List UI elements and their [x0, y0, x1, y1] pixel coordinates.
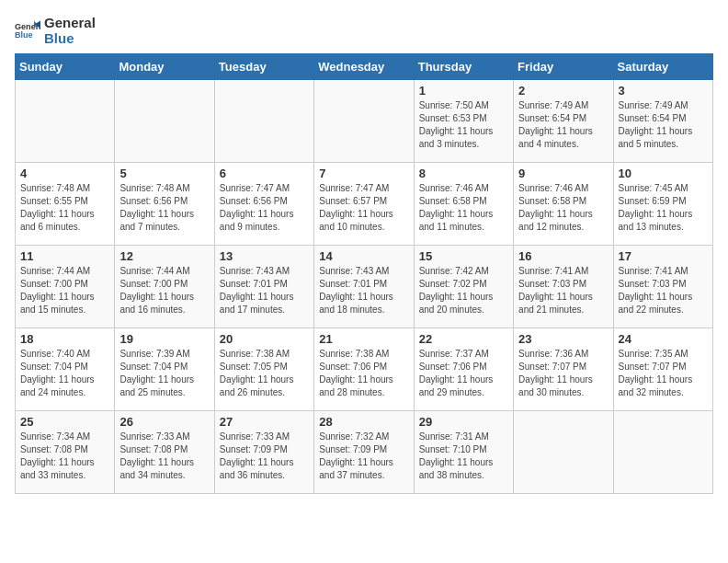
- weekday-header-saturday: Saturday: [613, 54, 712, 80]
- calendar-cell: 10Sunrise: 7:45 AM Sunset: 6:59 PM Dayli…: [613, 163, 712, 246]
- day-info: Sunrise: 7:32 AM Sunset: 7:09 PM Dayligh…: [319, 431, 408, 482]
- calendar-cell: 18Sunrise: 7:40 AM Sunset: 7:04 PM Dayli…: [16, 328, 115, 411]
- day-info: Sunrise: 7:47 AM Sunset: 6:57 PM Dayligh…: [319, 182, 408, 234]
- day-info: Sunrise: 7:42 AM Sunset: 7:02 PM Dayligh…: [419, 265, 508, 316]
- day-number: 7: [319, 167, 408, 180]
- day-number: 1: [419, 84, 508, 98]
- day-info: Sunrise: 7:50 AM Sunset: 6:53 PM Dayligh…: [419, 99, 508, 151]
- day-info: Sunrise: 7:38 AM Sunset: 7:05 PM Dayligh…: [220, 348, 309, 399]
- calendar-cell: 19Sunrise: 7:39 AM Sunset: 7:04 PM Dayli…: [115, 328, 214, 411]
- day-number: 27: [220, 415, 309, 429]
- day-number: 13: [220, 249, 309, 263]
- day-info: Sunrise: 7:48 AM Sunset: 6:55 PM Dayligh…: [20, 182, 109, 234]
- weekday-header-tuesday: Tuesday: [214, 54, 313, 80]
- day-info: Sunrise: 7:41 AM Sunset: 7:03 PM Dayligh…: [619, 265, 708, 316]
- day-info: Sunrise: 7:46 AM Sunset: 6:58 PM Dayligh…: [518, 182, 608, 234]
- day-number: 17: [619, 249, 708, 263]
- weekday-header-sunday: Sunday: [16, 54, 115, 80]
- weekday-header-monday: Monday: [115, 54, 214, 80]
- page-header: General Blue General Blue: [15, 15, 713, 46]
- day-number: 22: [419, 332, 508, 346]
- calendar-cell: 6Sunrise: 7:47 AM Sunset: 6:56 PM Daylig…: [214, 163, 313, 246]
- day-number: 14: [319, 249, 408, 263]
- logo: General Blue General Blue: [15, 15, 96, 46]
- day-number: 19: [119, 332, 209, 346]
- weekday-header-friday: Friday: [514, 54, 613, 80]
- day-info: Sunrise: 7:47 AM Sunset: 6:56 PM Dayligh…: [220, 182, 309, 234]
- day-number: 6: [220, 167, 309, 180]
- calendar-cell: [314, 80, 414, 163]
- day-info: Sunrise: 7:49 AM Sunset: 6:54 PM Dayligh…: [619, 99, 708, 151]
- day-info: Sunrise: 7:31 AM Sunset: 7:10 PM Dayligh…: [419, 431, 508, 482]
- day-number: 12: [119, 249, 209, 263]
- calendar-cell: 24Sunrise: 7:35 AM Sunset: 7:07 PM Dayli…: [613, 328, 712, 411]
- svg-text:Blue: Blue: [15, 30, 33, 40]
- calendar-week-3: 11Sunrise: 7:44 AM Sunset: 7:00 PM Dayli…: [16, 246, 713, 328]
- calendar-cell: 1Sunrise: 7:50 AM Sunset: 6:53 PM Daylig…: [414, 80, 513, 163]
- calendar-cell: 4Sunrise: 7:48 AM Sunset: 6:55 PM Daylig…: [16, 163, 115, 246]
- calendar-cell: 22Sunrise: 7:37 AM Sunset: 7:06 PM Dayli…: [414, 328, 513, 411]
- day-number: 25: [20, 415, 109, 429]
- day-number: 8: [419, 167, 508, 180]
- day-info: Sunrise: 7:33 AM Sunset: 7:09 PM Dayligh…: [220, 431, 309, 482]
- calendar-cell: 7Sunrise: 7:47 AM Sunset: 6:57 PM Daylig…: [314, 163, 414, 246]
- day-number: 9: [518, 167, 608, 180]
- calendar-cell: 8Sunrise: 7:46 AM Sunset: 6:58 PM Daylig…: [414, 163, 513, 246]
- calendar-cell: 15Sunrise: 7:42 AM Sunset: 7:02 PM Dayli…: [414, 246, 513, 328]
- day-info: Sunrise: 7:49 AM Sunset: 6:54 PM Dayligh…: [518, 99, 608, 151]
- day-number: 24: [619, 332, 708, 346]
- day-info: Sunrise: 7:43 AM Sunset: 7:01 PM Dayligh…: [319, 265, 408, 316]
- day-number: 18: [20, 332, 109, 346]
- calendar-cell: [613, 411, 712, 494]
- calendar-cell: 13Sunrise: 7:43 AM Sunset: 7:01 PM Dayli…: [214, 246, 313, 328]
- day-info: Sunrise: 7:35 AM Sunset: 7:07 PM Dayligh…: [619, 348, 708, 399]
- calendar-cell: 27Sunrise: 7:33 AM Sunset: 7:09 PM Dayli…: [214, 411, 313, 494]
- calendar-cell: 16Sunrise: 7:41 AM Sunset: 7:03 PM Dayli…: [514, 246, 613, 328]
- calendar-cell: [115, 80, 214, 163]
- calendar-cell: 25Sunrise: 7:34 AM Sunset: 7:08 PM Dayli…: [16, 411, 115, 494]
- logo-icon: General Blue: [15, 17, 40, 43]
- day-number: 20: [220, 332, 309, 346]
- calendar-cell: 23Sunrise: 7:36 AM Sunset: 7:07 PM Dayli…: [514, 328, 613, 411]
- day-info: Sunrise: 7:34 AM Sunset: 7:08 PM Dayligh…: [20, 431, 109, 482]
- day-number: 21: [319, 332, 408, 346]
- day-info: Sunrise: 7:37 AM Sunset: 7:06 PM Dayligh…: [419, 348, 508, 399]
- calendar-week-2: 4Sunrise: 7:48 AM Sunset: 6:55 PM Daylig…: [16, 163, 713, 246]
- day-number: 26: [119, 415, 209, 429]
- calendar-week-5: 25Sunrise: 7:34 AM Sunset: 7:08 PM Dayli…: [16, 411, 713, 494]
- day-info: Sunrise: 7:44 AM Sunset: 7:00 PM Dayligh…: [20, 265, 109, 316]
- day-number: 2: [518, 84, 608, 98]
- calendar-cell: [16, 80, 115, 163]
- day-info: Sunrise: 7:48 AM Sunset: 6:56 PM Dayligh…: [119, 182, 209, 234]
- day-info: Sunrise: 7:46 AM Sunset: 6:58 PM Dayligh…: [419, 182, 508, 234]
- calendar-cell: 17Sunrise: 7:41 AM Sunset: 7:03 PM Dayli…: [613, 246, 712, 328]
- day-number: 16: [518, 249, 608, 263]
- day-info: Sunrise: 7:39 AM Sunset: 7:04 PM Dayligh…: [119, 348, 209, 399]
- day-info: Sunrise: 7:33 AM Sunset: 7:08 PM Dayligh…: [119, 431, 209, 482]
- calendar-cell: 26Sunrise: 7:33 AM Sunset: 7:08 PM Dayli…: [115, 411, 214, 494]
- day-info: Sunrise: 7:38 AM Sunset: 7:06 PM Dayligh…: [319, 348, 408, 399]
- weekday-header-thursday: Thursday: [414, 54, 513, 80]
- day-number: 29: [419, 415, 508, 429]
- calendar-cell: 20Sunrise: 7:38 AM Sunset: 7:05 PM Dayli…: [214, 328, 313, 411]
- day-number: 4: [20, 167, 109, 180]
- calendar-cell: 29Sunrise: 7:31 AM Sunset: 7:10 PM Dayli…: [414, 411, 513, 494]
- day-info: Sunrise: 7:41 AM Sunset: 7:03 PM Dayligh…: [518, 265, 608, 316]
- calendar-cell: [514, 411, 613, 494]
- day-info: Sunrise: 7:44 AM Sunset: 7:00 PM Dayligh…: [119, 265, 209, 316]
- calendar-cell: 12Sunrise: 7:44 AM Sunset: 7:00 PM Dayli…: [115, 246, 214, 328]
- day-number: 23: [518, 332, 608, 346]
- calendar-cell: 3Sunrise: 7:49 AM Sunset: 6:54 PM Daylig…: [613, 80, 712, 163]
- day-number: 3: [619, 84, 708, 98]
- day-number: 15: [419, 249, 508, 263]
- calendar-cell: [214, 80, 313, 163]
- calendar-header: SundayMondayTuesdayWednesdayThursdayFrid…: [16, 54, 713, 80]
- day-number: 10: [619, 167, 708, 180]
- day-number: 5: [119, 167, 209, 180]
- weekday-header-wednesday: Wednesday: [314, 54, 414, 80]
- calendar-table: SundayMondayTuesdayWednesdayThursdayFrid…: [15, 53, 713, 494]
- calendar-cell: 2Sunrise: 7:49 AM Sunset: 6:54 PM Daylig…: [514, 80, 613, 163]
- calendar-cell: 21Sunrise: 7:38 AM Sunset: 7:06 PM Dayli…: [314, 328, 414, 411]
- calendar-cell: 5Sunrise: 7:48 AM Sunset: 6:56 PM Daylig…: [115, 163, 214, 246]
- calendar-cell: 28Sunrise: 7:32 AM Sunset: 7:09 PM Dayli…: [314, 411, 414, 494]
